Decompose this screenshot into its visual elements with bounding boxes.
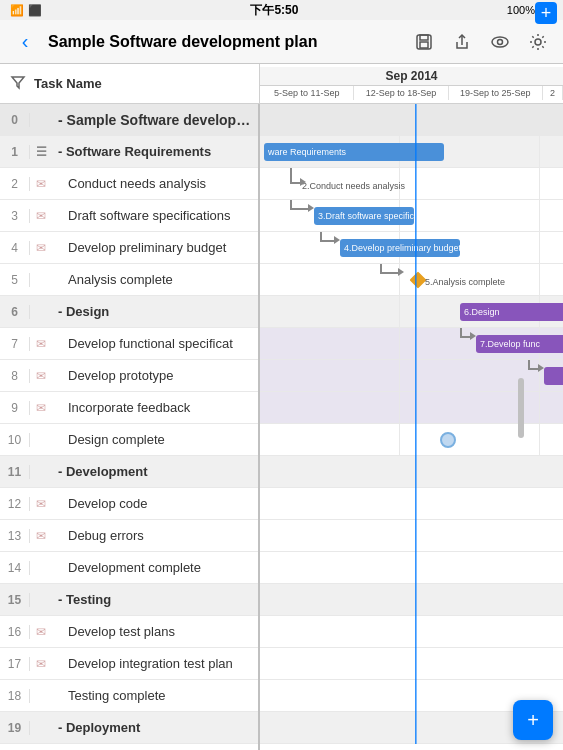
gantt-row-0 [260,104,563,136]
task-row[interactable]: 8 ✉ Develop prototype [0,360,258,392]
filter-button[interactable]: Task Name [0,64,260,103]
task-id: 2 [0,177,30,191]
email-icon: ✉ [30,401,52,415]
blue-dot-milestone [440,432,456,448]
svg-rect-2 [420,42,428,48]
filter-icon [10,74,26,94]
gantt-row-6: 6.Design [260,296,563,328]
main-content: 0 - Sample Software development p 1 ☰ - … [0,104,563,750]
task-name: Develop prototype [52,368,258,383]
email-icon: ✉ [30,241,52,255]
task-id: 7 [0,337,30,351]
task-id: 0 [0,113,30,127]
task-row[interactable]: 0 - Sample Software development p [0,104,258,136]
task-row[interactable]: 7 ✉ Develop functional specificat [0,328,258,360]
task-name: Develop code [52,496,258,511]
gantt-row-3: 3.Draft software specifications [260,200,563,232]
gantt-row-14 [260,552,563,584]
task-row[interactable]: 9 ✉ Incorporate feedback [0,392,258,424]
gantt-bar-draft: 3.Draft software specifications [314,207,414,225]
task-id: 12 [0,497,30,511]
week-2: 12-Sep to 18-Sep [354,86,448,100]
task-row[interactable]: 4 ✉ Develop preliminary budget [0,232,258,264]
task-id: 15 [0,593,30,607]
task-row[interactable]: 18 Testing complete [0,680,258,712]
signal-icon: ⬛ [28,4,42,17]
email-icon: ✉ [30,369,52,383]
task-id: 19 [0,721,30,735]
task-id: 8 [0,369,30,383]
task-row[interactable]: 14 Development complete [0,552,258,584]
column-header: Task Name [34,76,102,91]
gantt-area[interactable]: ware Requirements 2.Conduct needs analys… [260,104,563,750]
gantt-row-4: 4.Develop preliminary budget [260,232,563,264]
gantt-row-9 [260,392,563,424]
task-name: Draft software specifications [52,208,258,223]
task-id: 6 [0,305,30,319]
email-icon: ✉ [30,209,52,223]
email-icon: ✉ [30,625,52,639]
gantt-bar-software-req: ware Requirements [264,143,444,161]
settings-button[interactable] [523,27,553,57]
task-id: 17 [0,657,30,671]
gantt-row-11 [260,456,563,488]
task-name: - Testing [52,592,258,607]
nav-bar: ‹ Sample Software development plan [0,20,563,64]
status-bar: 📶 ⬛ 下午5:50 100% 🔋 [0,0,563,20]
task-id: 14 [0,561,30,575]
task-name: - Sample Software development p [52,112,258,128]
svg-rect-1 [420,35,428,40]
svg-point-5 [535,39,541,45]
svg-point-4 [498,39,503,44]
task-row[interactable]: 15 - Testing [0,584,258,616]
gantt-bar-design: 6.Design [460,303,563,321]
gantt-row-17 [260,648,563,680]
task-name: Develop preliminary budget [52,240,258,255]
task-row[interactable]: 2 ✉ Conduct needs analysis [0,168,258,200]
task-row[interactable]: 5 Analysis complete [0,264,258,296]
task-row[interactable]: 6 - Design [0,296,258,328]
task-name: Conduct needs analysis [52,176,258,191]
task-name: Testing complete [52,688,258,703]
task-name: Analysis complete [52,272,258,287]
task-row[interactable]: 17 ✉ Develop integration test plan [0,648,258,680]
gantt-bar-func-spec: 7.Develop func [476,335,563,353]
task-name: Develop functional specificat [52,336,258,351]
gantt-row-16 [260,616,563,648]
gantt-row-2: 2.Conduct needs analysis [260,168,563,200]
task-row[interactable]: 19 - Deployment [0,712,258,744]
task-name: Design complete [52,432,258,447]
task-icon: ☰ [30,145,52,159]
status-time: 下午5:50 [250,2,298,19]
task-id: 1 [0,145,30,159]
task-name: Develop test plans [52,624,258,639]
task-id: 3 [0,209,30,223]
task-row[interactable]: 3 ✉ Draft software specifications [0,200,258,232]
gantt-row-1: ware Requirements [260,136,563,168]
week-4: 2 [543,86,563,100]
task-row[interactable]: 13 ✉ Debug errors [0,520,258,552]
gantt-row-15 [260,584,563,616]
task-row[interactable]: 1 ☰ - Software Requirements [0,136,258,168]
share-button[interactable] [447,27,477,57]
task-row[interactable]: 12 ✉ Develop code [0,488,258,520]
save-button[interactable] [409,27,439,57]
task-name: Development complete [52,560,258,575]
eye-button[interactable] [485,27,515,57]
gantt-month: Sep 2014 [260,67,563,86]
email-icon: ✉ [30,657,52,671]
svg-point-3 [492,37,508,47]
email-icon: ✉ [30,497,52,511]
task-id: 9 [0,401,30,415]
battery-percent: 100% [507,4,535,16]
fab-button[interactable]: + [513,700,553,740]
task-row[interactable]: 10 Design complete [0,424,258,456]
back-button[interactable]: ‹ [10,27,40,57]
task-id: 13 [0,529,30,543]
task-id: 5 [0,273,30,287]
task-row[interactable]: 11 - Development [0,456,258,488]
task-id: 11 [0,465,30,479]
task-name: Debug errors [52,528,258,543]
task-name: Incorporate feedback [52,400,258,415]
task-row[interactable]: 16 ✉ Develop test plans [0,616,258,648]
